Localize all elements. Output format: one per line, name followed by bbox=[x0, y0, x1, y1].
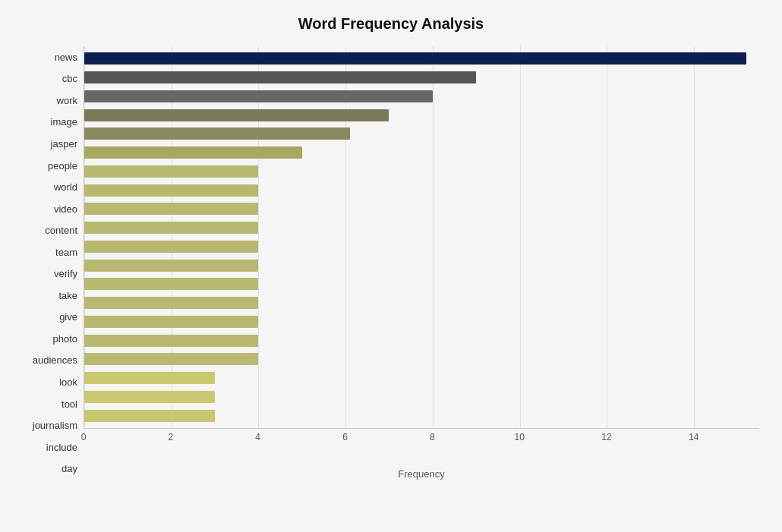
y-label: world bbox=[54, 182, 77, 192]
x-tick: 8 bbox=[430, 432, 435, 442]
y-label: video bbox=[54, 204, 77, 214]
y-axis: newscbcworkimagejasperpeopleworldvideoco… bbox=[23, 46, 84, 480]
y-label: cbc bbox=[62, 74, 77, 83]
bar-row bbox=[84, 124, 759, 143]
bar-row bbox=[84, 181, 759, 200]
x-tick: 14 bbox=[689, 432, 698, 442]
y-label: news bbox=[55, 52, 77, 62]
y-label: work bbox=[57, 96, 77, 105]
x-tick: 10 bbox=[515, 432, 525, 442]
y-label: day bbox=[61, 464, 77, 474]
y-label: verify bbox=[54, 269, 77, 279]
x-axis: 02468101214 bbox=[84, 429, 759, 452]
bar bbox=[84, 316, 258, 328]
bar-row bbox=[84, 200, 759, 219]
bar bbox=[84, 372, 215, 384]
x-tick: 2 bbox=[168, 432, 173, 442]
bar-row bbox=[84, 143, 759, 162]
y-label: include bbox=[46, 442, 77, 452]
bar bbox=[84, 71, 476, 83]
y-label: team bbox=[55, 247, 77, 257]
bar bbox=[84, 260, 258, 272]
y-label: give bbox=[59, 312, 77, 322]
bar bbox=[84, 391, 215, 403]
x-tick: 4 bbox=[255, 432, 260, 442]
bar bbox=[84, 278, 258, 290]
bar-row bbox=[84, 275, 759, 294]
y-label: journalism bbox=[33, 420, 77, 430]
bars-area bbox=[84, 46, 759, 429]
bar-row bbox=[84, 68, 759, 87]
bar-row bbox=[84, 294, 759, 313]
y-label: tool bbox=[61, 399, 77, 409]
bar-row bbox=[84, 219, 759, 238]
bar-row bbox=[84, 105, 759, 124]
bar bbox=[84, 335, 258, 347]
y-label: jasper bbox=[51, 139, 77, 149]
bar-row bbox=[84, 313, 759, 332]
bar-row bbox=[84, 256, 759, 275]
bar bbox=[84, 297, 258, 309]
bar bbox=[84, 52, 746, 65]
y-label: take bbox=[58, 291, 77, 301]
y-label: photo bbox=[52, 334, 77, 344]
bar bbox=[84, 184, 258, 197]
x-tick: 6 bbox=[342, 432, 348, 442]
bar bbox=[84, 222, 258, 234]
chart-title: Word Frequency Analysis bbox=[23, 15, 759, 33]
bar bbox=[84, 353, 258, 365]
y-label: audiences bbox=[33, 355, 77, 365]
bar-row bbox=[84, 369, 759, 388]
bar bbox=[84, 90, 433, 102]
y-label: image bbox=[51, 117, 77, 127]
x-tick: 12 bbox=[601, 432, 611, 442]
bar-row bbox=[84, 87, 759, 106]
bar bbox=[84, 203, 258, 215]
bar-row bbox=[84, 406, 759, 425]
bars-and-xaxis: 02468101214 Frequency bbox=[84, 46, 759, 480]
bar-row bbox=[84, 388, 759, 407]
bar-row bbox=[84, 331, 759, 350]
y-label: people bbox=[48, 161, 77, 171]
bar bbox=[84, 146, 302, 159]
bar-row bbox=[84, 238, 759, 257]
bar bbox=[84, 109, 389, 121]
bar-row bbox=[84, 350, 759, 369]
y-label: content bbox=[45, 225, 77, 235]
bar-row bbox=[84, 49, 759, 68]
x-tick: 0 bbox=[81, 432, 87, 442]
bar bbox=[84, 127, 350, 140]
bar bbox=[84, 241, 258, 253]
chart-container: Word Frequency Analysis newscbcworkimage… bbox=[0, 0, 782, 532]
y-label: look bbox=[59, 377, 77, 387]
bar bbox=[84, 410, 215, 422]
x-axis-label: Frequency bbox=[84, 468, 759, 480]
bar bbox=[84, 165, 258, 178]
bar-row bbox=[84, 162, 759, 181]
